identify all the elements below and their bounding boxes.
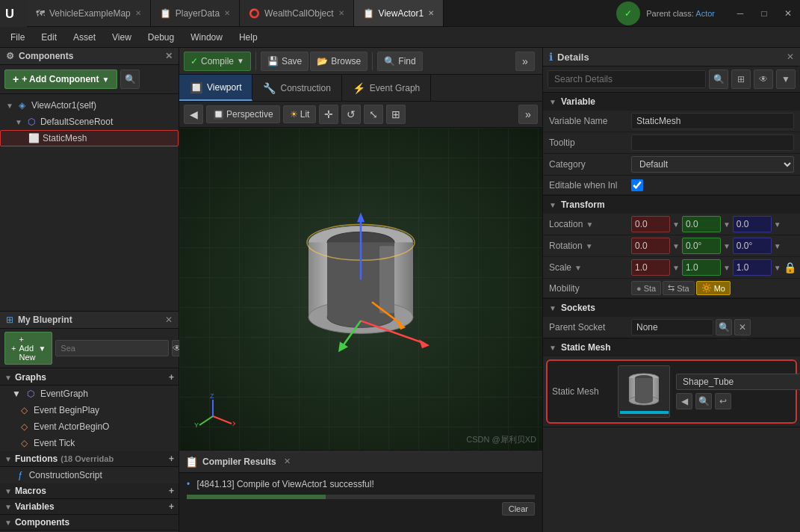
- mesh-back-button[interactable]: ◀: [676, 393, 692, 409]
- close-button[interactable]: ✕: [776, 0, 800, 26]
- sockets-section-header[interactable]: ▼ Sockets: [543, 299, 800, 317]
- details-eye-button[interactable]: 👁: [754, 69, 773, 89]
- graph-actor-begin[interactable]: ◇ Event ActorBeginO: [0, 418, 179, 435]
- graphs-section-header[interactable]: ▼ Graphs +: [0, 370, 179, 386]
- mesh-thumbnail[interactable]: [618, 365, 670, 418]
- viewport-3d-area[interactable]: X Y Z CSDN @犀利贝XD: [179, 128, 542, 450]
- tab-view-actor[interactable]: 📋 ViewActor1 ✕: [354, 0, 444, 26]
- my-blueprint-header[interactable]: ⊞ My Blueprint ✕: [0, 312, 179, 329]
- graph-begin-play[interactable]: ◇ Event BeginPlay: [0, 402, 179, 418]
- compile-button[interactable]: ✓ Compile ▼: [184, 52, 251, 71]
- category-dropdown[interactable]: Default: [631, 156, 794, 173]
- menu-help[interactable]: Help: [232, 31, 265, 44]
- tree-item-viewactor[interactable]: ▼ ◈ ViewActor1(self): [0, 97, 179, 114]
- rotation-z-input[interactable]: [733, 238, 772, 254]
- snap-button[interactable]: ⊞: [386, 105, 406, 124]
- move-tool-button[interactable]: ✛: [319, 105, 338, 124]
- tree-item-staticmesh[interactable]: ⬜ StaticMesh: [0, 130, 179, 146]
- scale-z-input[interactable]: [733, 259, 772, 276]
- socket-clear-button[interactable]: ✕: [734, 319, 751, 335]
- toolbar-more-button[interactable]: »: [515, 52, 535, 71]
- add-new-button[interactable]: + + Add New ▼: [4, 332, 52, 365]
- variable-name-input[interactable]: [631, 113, 794, 129]
- browse-button[interactable]: 📂 Browse: [310, 52, 368, 71]
- variables-add-button[interactable]: +: [169, 501, 174, 512]
- maximize-button[interactable]: □: [752, 0, 776, 26]
- details-search-input[interactable]: [548, 70, 706, 88]
- tab-wealth-call[interactable]: ⭕ WealthCallObject ✕: [240, 0, 353, 26]
- tab-close-vehicle[interactable]: ✕: [135, 9, 141, 17]
- tab-close-player[interactable]: ✕: [224, 9, 230, 17]
- variable-section-header[interactable]: ▼ Variable: [543, 93, 800, 111]
- component-search-button[interactable]: 🔍: [120, 69, 140, 89]
- lit-button[interactable]: ☀ Lit: [283, 105, 317, 123]
- menu-file[interactable]: File: [3, 31, 32, 44]
- menu-window[interactable]: Window: [183, 31, 230, 44]
- tree-item-defaultsceneroot[interactable]: ▼ ⬡ DefaultSceneRoot: [0, 114, 179, 130]
- tab-close-view[interactable]: ✕: [428, 9, 434, 17]
- details-close-button[interactable]: ✕: [787, 52, 794, 62]
- editable-checkbox[interactable]: [631, 179, 643, 191]
- functions-add-button[interactable]: +: [169, 454, 174, 464]
- mesh-browse-button[interactable]: 🔍: [695, 393, 712, 409]
- tab-player-data[interactable]: 📋 PlayerData ✕: [151, 0, 240, 26]
- mesh-name-input[interactable]: [676, 374, 800, 390]
- components-bp-section-header[interactable]: ▼ Components: [0, 515, 179, 531]
- location-x-input[interactable]: [631, 216, 670, 232]
- details-search-button[interactable]: 🔍: [709, 69, 728, 89]
- macros-add-button[interactable]: +: [169, 486, 174, 496]
- mobility-static-button[interactable]: ● Sta: [631, 281, 661, 295]
- mobility-stationary-button[interactable]: ⇆ Sta: [663, 281, 695, 295]
- parent-class-label: Parent class: Actor: [646, 9, 722, 18]
- graph-event-tick[interactable]: ◇ Event Tick: [0, 435, 179, 451]
- scale-x-input[interactable]: [631, 259, 670, 276]
- menu-debug[interactable]: Debug: [140, 31, 182, 44]
- parent-class-link[interactable]: Actor: [695, 9, 715, 18]
- mesh-thumbnail-svg: [620, 368, 669, 416]
- rotate-tool-button[interactable]: ↺: [341, 105, 361, 124]
- details-layout-button[interactable]: ⊞: [731, 69, 751, 89]
- functions-section-header[interactable]: ▼ Functions (18 Overridab +: [0, 451, 179, 467]
- my-blueprint-close-icon[interactable]: ✕: [165, 315, 173, 325]
- graph-event-graph[interactable]: ▼ ⬡ EventGraph: [0, 386, 179, 402]
- perspective-button[interactable]: 🔲 Perspective: [206, 105, 280, 123]
- find-button[interactable]: 🔍 Find: [377, 52, 422, 71]
- scale-lock-icon[interactable]: 🔒: [784, 262, 796, 273]
- tab-viewport[interactable]: 🔲 Viewport: [179, 75, 252, 101]
- macros-section-header[interactable]: ▼ Macros +: [0, 483, 179, 499]
- components-close-icon[interactable]: ✕: [165, 51, 173, 61]
- blueprint-search-input[interactable]: [55, 340, 169, 356]
- tab-event-graph[interactable]: ⚡ Event Graph: [342, 75, 431, 101]
- compiler-tab-close-icon[interactable]: ✕: [284, 457, 291, 466]
- tab-vehicle-map[interactable]: 🗺 VehicleExampleMap ✕: [27, 0, 151, 26]
- tab-construction[interactable]: 🔧 Construction: [252, 75, 341, 101]
- function-construction-script[interactable]: ƒ ConstructionScript: [0, 467, 179, 483]
- viewport-3d[interactable]: X Y Z CSDN @犀利贝XD: [179, 128, 542, 450]
- transform-section-header[interactable]: ▼ Transform: [543, 196, 800, 214]
- tab-close-wealth[interactable]: ✕: [338, 9, 344, 17]
- mesh-undo-button[interactable]: ↩: [715, 393, 731, 409]
- save-button[interactable]: 💾 Save: [261, 52, 308, 71]
- compiler-clear-button[interactable]: Clear: [502, 502, 535, 516]
- graphs-add-button[interactable]: +: [169, 372, 174, 383]
- menu-edit[interactable]: Edit: [34, 31, 64, 44]
- minimize-button[interactable]: ─: [728, 0, 752, 26]
- scale-tool-button[interactable]: ⤡: [364, 105, 383, 124]
- socket-search-button[interactable]: 🔍: [716, 319, 732, 335]
- variables-section-header[interactable]: ▼ Variables +: [0, 499, 179, 515]
- tooltip-input[interactable]: [631, 134, 794, 151]
- location-y-input[interactable]: [682, 216, 721, 232]
- parent-socket-input[interactable]: [631, 319, 713, 335]
- details-options-button[interactable]: ▼: [776, 69, 796, 89]
- rotation-y-input[interactable]: [682, 238, 721, 254]
- static-mesh-section-header[interactable]: ▼ Static Mesh: [543, 338, 800, 356]
- menu-view[interactable]: View: [105, 31, 139, 44]
- mobility-movable-button[interactable]: 🔆 Mo: [696, 281, 731, 295]
- viewport-nav-button[interactable]: ◀: [184, 105, 203, 124]
- scale-y-input[interactable]: [682, 259, 721, 276]
- viewport-more-button[interactable]: »: [518, 105, 538, 124]
- menu-asset[interactable]: Asset: [66, 31, 103, 44]
- rotation-x-input[interactable]: [631, 238, 670, 254]
- location-z-input[interactable]: [733, 216, 772, 232]
- add-component-button[interactable]: + + Add Component ▼: [4, 69, 117, 89]
